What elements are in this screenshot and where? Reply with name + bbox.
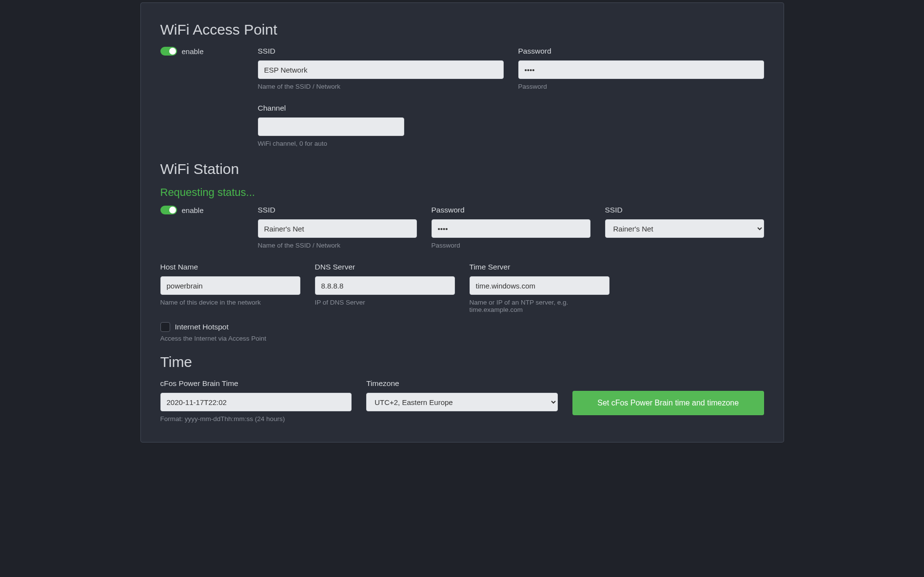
station-ssid-label: SSID: [258, 206, 417, 214]
station-status: Requesting status...: [160, 186, 764, 199]
station-enable-toggle[interactable]: [160, 206, 177, 214]
station-password-hint: Password: [432, 242, 590, 249]
host-input[interactable]: [160, 276, 300, 295]
tz-label: Timezone: [366, 379, 558, 388]
dns-hint: IP of DNS Server: [315, 299, 455, 306]
host-label: Host Name: [160, 263, 300, 271]
station-enable-label: enable: [182, 206, 204, 214]
time-heading: Time: [160, 354, 764, 370]
station-ssid-select[interactable]: Rainer's Net: [605, 219, 764, 238]
station-ssid-input[interactable]: [258, 219, 417, 238]
set-time-button[interactable]: Set cFos Power Brain time and timezone: [572, 391, 764, 415]
ap-ssid-input[interactable]: [258, 60, 504, 79]
config-panel: WiFi Access Point enable SSID Name of th…: [140, 2, 784, 442]
ap-channel-label: Channel: [258, 104, 504, 113]
ap-channel-hint: WiFi channel, 0 for auto: [258, 140, 504, 147]
timeserver-hint: Name or IP of an NTP server, e.g. time.e…: [470, 299, 609, 313]
station-ssid-hint: Name of the SSID / Network: [258, 242, 417, 249]
ap-password-hint: Password: [518, 83, 764, 90]
station-ssid-select-label: SSID: [605, 206, 764, 214]
station-password-input[interactable]: [432, 219, 590, 238]
ap-password-input[interactable]: [518, 60, 764, 79]
host-hint: Name of this device in the network: [160, 299, 300, 306]
hotspot-label: Internet Hotspot: [175, 323, 229, 331]
ap-password-label: Password: [518, 47, 764, 56]
pbtime-label: cFos Power Brain Time: [160, 379, 352, 388]
hotspot-hint: Access the Internet via Access Point: [160, 335, 764, 342]
station-password-label: Password: [432, 206, 590, 214]
station-heading: WiFi Station: [160, 161, 764, 177]
timeserver-label: Time Server: [470, 263, 609, 271]
dns-label: DNS Server: [315, 263, 455, 271]
pbtime-input[interactable]: [160, 393, 352, 411]
toggle-knob: [169, 207, 176, 213]
ap-heading: WiFi Access Point: [160, 21, 764, 38]
toggle-knob: [169, 48, 176, 55]
dns-input[interactable]: [315, 276, 455, 295]
tz-select[interactable]: UTC+2, Eastern Europe: [366, 393, 558, 411]
ap-enable-label: enable: [182, 47, 204, 56]
ap-channel-input[interactable]: [258, 117, 404, 136]
hotspot-checkbox[interactable]: [160, 322, 170, 332]
ap-enable-toggle[interactable]: [160, 47, 177, 56]
pbtime-hint: Format: yyyy-mm-ddThh:mm:ss (24 hours): [160, 415, 352, 423]
ap-ssid-hint: Name of the SSID / Network: [258, 83, 504, 90]
ap-ssid-label: SSID: [258, 47, 504, 56]
timeserver-input[interactable]: [470, 276, 609, 295]
